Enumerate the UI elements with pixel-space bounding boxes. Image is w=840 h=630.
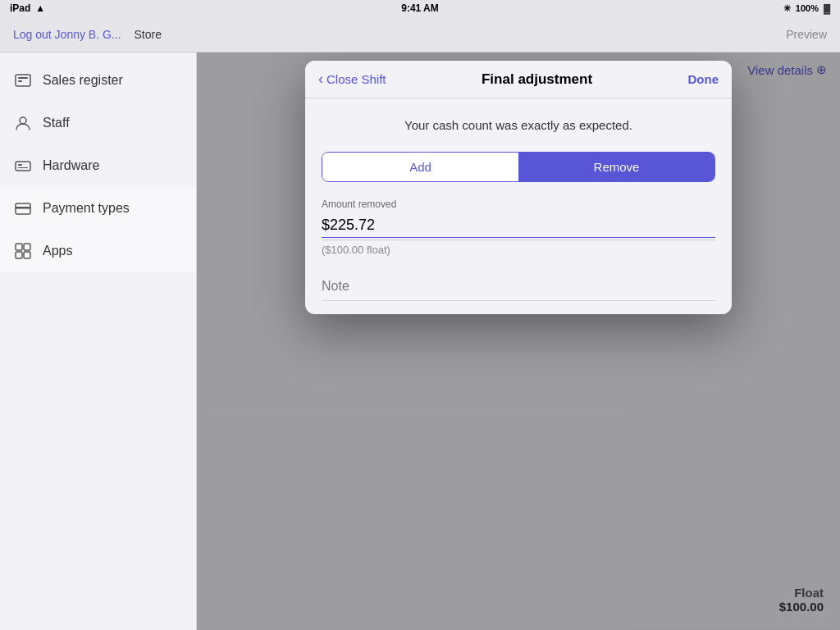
sidebar-item-staff[interactable]: Staff xyxy=(0,102,196,144)
store-label: Store xyxy=(135,28,162,41)
modal-title: Final adjustment xyxy=(482,71,592,88)
status-time: 9:41 AM xyxy=(401,2,439,14)
svg-rect-6 xyxy=(18,167,28,168)
close-shift-label: Close Shift xyxy=(326,72,386,86)
svg-rect-12 xyxy=(24,252,30,258)
remove-segment-button[interactable]: Remove xyxy=(518,153,714,181)
amount-hint: ($100.00 float) xyxy=(322,244,715,256)
sidebar-item-apps[interactable]: Apps xyxy=(0,230,196,272)
sidebar-label-apps: Apps xyxy=(43,244,72,258)
add-segment-button[interactable]: Add xyxy=(322,153,518,181)
svg-rect-11 xyxy=(16,252,22,258)
battery-label: 100% xyxy=(796,3,819,13)
hardware-icon xyxy=(13,156,33,176)
wifi-icon: ▲ xyxy=(35,2,45,14)
svg-rect-1 xyxy=(18,77,28,79)
modal-header: ‹ Close Shift Final adjustment Done xyxy=(305,61,732,98)
ipad-label: iPad xyxy=(10,2,30,14)
main-content: View details ⊕ Float $100.00 ‹ Close Shi… xyxy=(197,52,840,630)
sidebar-label-sales-register: Sales register xyxy=(43,73,123,88)
chevron-left-icon: ‹ xyxy=(318,71,323,88)
battery-icon: ▓ xyxy=(824,3,830,13)
note-input[interactable] xyxy=(322,272,715,301)
svg-rect-5 xyxy=(18,164,22,166)
svg-rect-10 xyxy=(24,244,30,250)
status-right: ✳ 100% ▓ xyxy=(783,3,830,14)
final-adjustment-modal: ‹ Close Shift Final adjustment Done Your… xyxy=(305,61,732,314)
svg-rect-4 xyxy=(16,162,30,171)
logout-button[interactable]: Log out Jonny B. G... xyxy=(13,28,121,41)
sidebar-item-payment-types[interactable]: Payment types xyxy=(0,187,196,230)
sidebar-item-sales-register[interactable]: Sales register xyxy=(0,59,196,102)
done-button[interactable]: Done xyxy=(688,72,719,86)
modal-message: Your cash count was exactly as expected. xyxy=(322,112,715,139)
amount-label: Amount removed xyxy=(322,199,715,210)
status-left: iPad ▲ xyxy=(10,2,45,14)
sidebar-label-hardware: Hardware xyxy=(43,158,99,173)
close-shift-back-button[interactable]: ‹ Close Shift xyxy=(318,71,386,88)
nav-left: Log out Jonny B. G... Store xyxy=(13,28,210,41)
preview-button[interactable]: Preview xyxy=(786,28,827,41)
svg-rect-8 xyxy=(16,207,30,209)
status-bar: iPad ▲ 9:41 AM ✳ 100% ▓ xyxy=(0,0,840,16)
content-area: Sales register Staff xyxy=(0,52,840,630)
apps-icon xyxy=(13,241,33,261)
svg-point-3 xyxy=(20,117,26,124)
sidebar-label-payment-types: Payment types xyxy=(43,201,130,216)
modal-body: Your cash count was exactly as expected.… xyxy=(305,98,732,314)
sales-register-icon xyxy=(13,71,33,90)
staff-icon xyxy=(13,113,33,133)
svg-rect-0 xyxy=(16,75,30,86)
svg-rect-2 xyxy=(18,80,22,82)
sidebar-item-hardware[interactable]: Hardware xyxy=(0,144,196,187)
bluetooth-icon: ✳ xyxy=(783,3,791,14)
amount-input[interactable] xyxy=(322,213,715,238)
add-remove-segmented-control[interactable]: Add Remove xyxy=(322,152,715,182)
nav-bar: Log out Jonny B. G... Store Preview xyxy=(0,16,840,52)
svg-rect-9 xyxy=(16,244,22,250)
payment-types-icon xyxy=(13,199,33,218)
sidebar-label-staff: Staff xyxy=(43,116,70,130)
sidebar: Sales register Staff xyxy=(0,52,197,630)
